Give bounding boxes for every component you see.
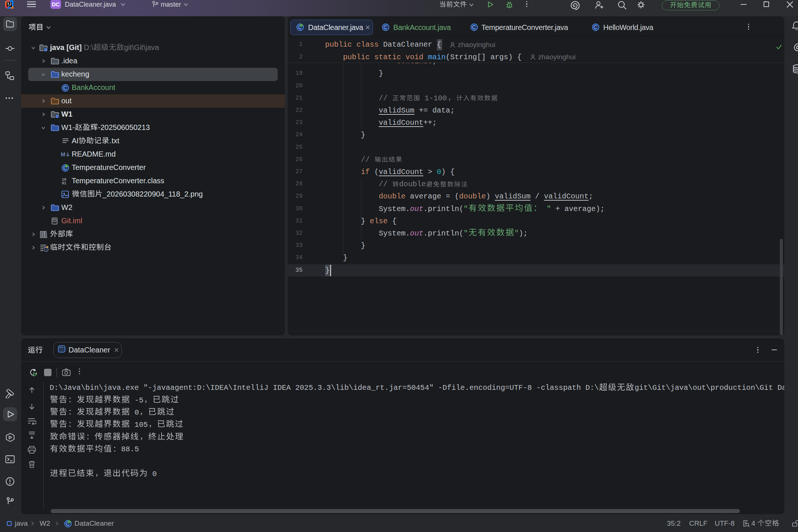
svg-text:M: M — [61, 151, 66, 157]
svg-text:01: 01 — [62, 181, 66, 185]
